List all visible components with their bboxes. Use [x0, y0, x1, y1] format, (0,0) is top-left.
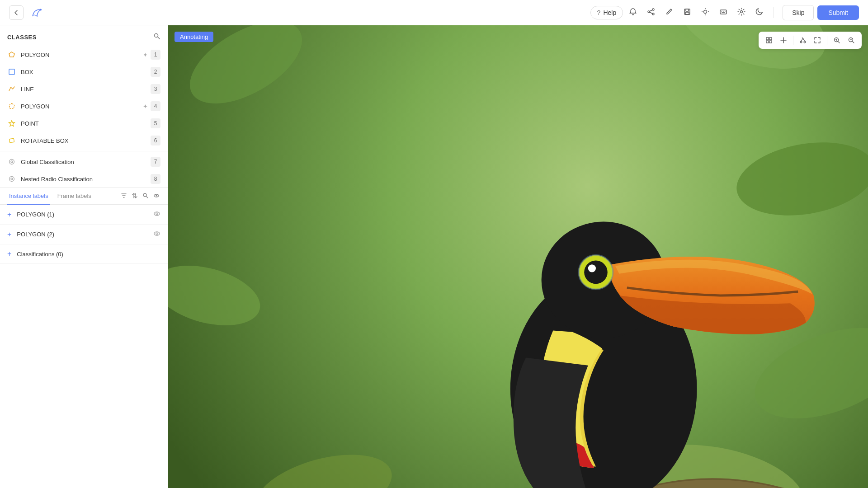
filter-button[interactable] [120, 192, 128, 201]
svg-line-69 [838, 42, 840, 43]
class-item[interactable]: Nested Radio Classification 8 [0, 170, 168, 188]
moon-button[interactable] [751, 5, 768, 21]
share-button[interactable] [643, 5, 659, 21]
expand-tool-button[interactable] [811, 33, 824, 47]
class-item[interactable]: Global Classification 7 [0, 153, 168, 170]
expand-icon: + [7, 211, 11, 219]
topbar-right: ? Help [590, 5, 859, 21]
logo [29, 5, 45, 21]
classify-icon [7, 157, 16, 166]
brightness-button[interactable] [697, 5, 713, 21]
class-item[interactable]: BOX 2 [0, 63, 168, 80]
class-name: Nested Radio Classification [21, 176, 151, 183]
class-badge: 7 [151, 157, 160, 167]
topbar-left [9, 5, 45, 21]
keyboard-button[interactable] [715, 5, 731, 21]
instance-visibility-button[interactable] [153, 210, 160, 219]
svg-point-31 [143, 193, 146, 197]
share-icon [647, 8, 655, 18]
svg-point-38 [156, 233, 158, 235]
svg-marker-24 [9, 103, 14, 108]
class-item[interactable]: POLYGON ✦ 1 [0, 46, 168, 63]
zoom-out-button[interactable] [844, 33, 858, 47]
svg-point-2 [648, 11, 650, 13]
tab-instance-labels[interactable]: Instance labels [7, 188, 50, 205]
help-button[interactable]: ? Help [590, 6, 623, 19]
cut-tool-button[interactable] [796, 33, 810, 47]
svg-point-36 [156, 213, 158, 215]
class-item[interactable]: LINE 3 [0, 80, 168, 98]
class-name: BOX [21, 69, 151, 75]
svg-rect-26 [9, 138, 14, 143]
class-list: POLYGON ✦ 1 BOX 2 LINE 3 [0, 46, 168, 188]
svg-marker-25 [9, 120, 15, 127]
class-item[interactable]: POLYGON ✦ 4 [0, 98, 168, 115]
instance-name: POLYGON (1) [17, 211, 153, 218]
bottom-tabs: Instance labels Frame labels [0, 188, 168, 205]
class-badge: 1 [151, 50, 160, 60]
svg-point-29 [9, 177, 14, 182]
class-badge: 3 [151, 84, 160, 94]
expand-icon: + [7, 250, 11, 258]
instance-visibility-button[interactable] [153, 230, 160, 239]
classes-header: Classes [0, 25, 168, 46]
settings-icon [737, 8, 745, 18]
tab-frame-labels[interactable]: Frame labels [56, 188, 93, 205]
divider [773, 7, 774, 18]
bell-button[interactable] [625, 5, 641, 21]
visibility-button[interactable] [152, 192, 160, 201]
svg-rect-59 [766, 41, 769, 43]
svg-point-50 [584, 261, 608, 284]
skip-button[interactable]: Skip [783, 5, 814, 20]
moon-icon [755, 8, 764, 18]
wand-icon: ✦ [143, 103, 148, 110]
instance-name: POLYGON (2) [17, 231, 153, 238]
settings-button[interactable] [733, 5, 750, 21]
class-badge: 4 [151, 101, 160, 111]
svg-rect-60 [769, 41, 772, 43]
add-tool-button[interactable] [777, 33, 790, 47]
svg-point-1 [652, 9, 654, 10]
svg-line-4 [650, 10, 652, 11]
svg-point-34 [156, 195, 157, 196]
class-name: LINE [21, 86, 151, 93]
polygon-icon [7, 50, 16, 59]
main-content: Classes POLYGON ✦ 1 BOX 2 [0, 25, 868, 488]
canvas-image [168, 25, 868, 488]
svg-line-5 [650, 12, 652, 14]
zoom-in-button[interactable] [830, 33, 844, 47]
toolbar-divider [793, 36, 793, 45]
save-icon [683, 8, 691, 18]
class-name: POLYGON [21, 103, 143, 110]
search-instances-button[interactable] [142, 192, 150, 201]
save-button[interactable] [679, 5, 695, 21]
grid-tool-button[interactable] [762, 33, 776, 47]
svg-rect-58 [769, 38, 772, 40]
line-icon [7, 84, 16, 94]
svg-point-51 [588, 264, 596, 272]
list-item[interactable]: + Classifications (0) [0, 244, 168, 264]
polygon-icon [7, 102, 16, 111]
pen-button[interactable] [661, 5, 677, 21]
svg-rect-57 [766, 38, 769, 40]
svg-point-37 [154, 232, 160, 235]
rotatable-box-icon [7, 136, 16, 145]
sort-button[interactable] [131, 192, 139, 201]
svg-point-27 [9, 160, 14, 164]
instance-list: + POLYGON (1) + POLYGON (2) + [0, 205, 168, 488]
classes-search-button[interactable] [153, 33, 160, 42]
back-button[interactable] [9, 5, 24, 20]
help-question-icon: ? [597, 9, 601, 16]
class-name: ROTATABLE BOX [21, 137, 151, 144]
class-item[interactable]: POINT 5 [0, 115, 168, 132]
svg-point-0 [40, 9, 42, 10]
class-item[interactable]: ROTATABLE BOX 6 [0, 132, 168, 149]
topbar: ? Help [0, 0, 868, 25]
list-item[interactable]: + POLYGON (1) [0, 205, 168, 225]
svg-point-19 [741, 10, 743, 13]
submit-button[interactable]: Submit [817, 5, 859, 20]
box-icon [7, 67, 16, 76]
list-item[interactable]: + POLYGON (2) [0, 225, 168, 244]
wand-icon: ✦ [143, 52, 148, 58]
point-icon [7, 119, 16, 128]
